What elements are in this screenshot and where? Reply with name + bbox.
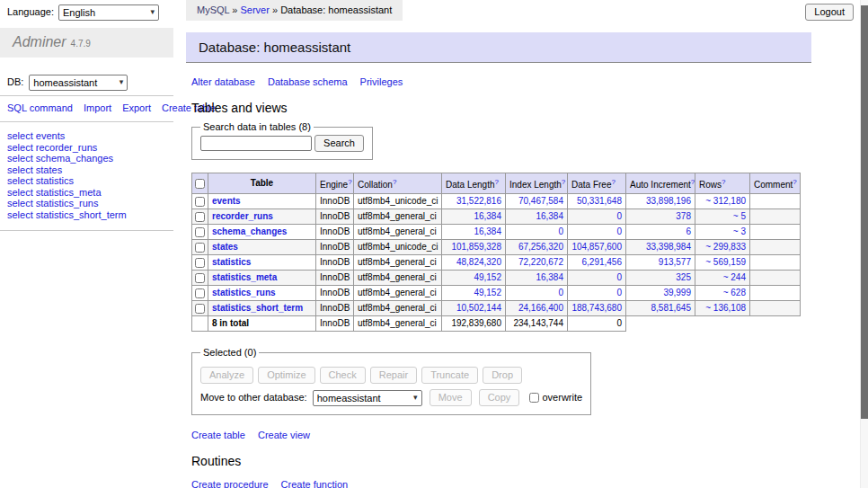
help-link[interactable]: ? [393,178,396,186]
table-search-input[interactable] [200,136,312,151]
rows-link[interactable]: ~ 569,159 [705,257,746,267]
auto-increment-link[interactable]: 33,398,984 [646,242,691,252]
help-link[interactable]: ? [793,178,796,186]
create-link-create-view[interactable]: Create view [258,430,310,440]
data-free-link[interactable]: 0 [616,272,622,282]
index-length-link[interactable]: 70,467,584 [518,196,563,206]
rows-link[interactable]: ~ 299,833 [705,242,746,252]
analyze-button[interactable]: Analyze [200,367,253,384]
row-checkbox[interactable] [195,212,205,222]
index-length-link[interactable]: 67,256,320 [518,242,563,252]
index-length-link[interactable]: 0 [558,288,563,297]
row-checkbox[interactable] [195,258,205,268]
rows-link[interactable]: ~ 244 [723,272,746,282]
table-link-recorder-runs[interactable]: recorder_runs [212,211,273,221]
auto-increment-link[interactable]: 378 [676,211,691,221]
repair-button[interactable]: Repair [370,367,417,384]
breadcrumb-link-server[interactable]: Server [241,4,270,15]
table-link-events[interactable]: events [212,196,241,206]
index-length-link[interactable]: 16,384 [536,272,563,282]
routine-link-create-procedure[interactable]: Create procedure [191,479,269,488]
data-length-link[interactable]: 101,859,328 [451,242,501,252]
row-checkbox[interactable] [195,243,205,253]
row-checkbox[interactable] [195,273,205,283]
index-length-link[interactable]: 72,220,672 [518,257,563,267]
data-free-link[interactable]: 188,743,680 [571,303,622,313]
data-length-link[interactable]: 49,152 [474,272,501,282]
truncate-button[interactable]: Truncate [421,367,478,384]
search-button[interactable]: Search [314,135,364,152]
vertical-scrollbar[interactable] [860,0,868,488]
auto-increment-link[interactable]: 325 [676,272,691,282]
data-length-link[interactable]: 16,384 [474,226,501,236]
table-link-statistics-runs[interactable]: statistics_runs [212,288,276,297]
overwrite-checkbox[interactable] [529,393,539,403]
rows-link[interactable]: ~ 3 [733,226,746,236]
sidebar-item-select-statistics-meta[interactable]: select statistics_meta [7,187,166,199]
db-link-database-schema[interactable]: Database schema [268,76,348,87]
copy-button[interactable]: Copy [479,389,520,406]
move-db-select[interactable]: homeassistant [314,391,421,405]
data-length-link[interactable]: 49,152 [474,288,501,297]
data-length-link[interactable]: 10,502,144 [456,303,501,313]
data-free-link[interactable]: 0 [616,288,622,297]
table-link-statistics-short-term[interactable]: statistics_short_term [212,303,303,313]
index-length-link[interactable]: 16,384 [536,211,563,221]
row-checkbox[interactable] [195,288,205,298]
auto-increment-link[interactable]: 33,898,196 [646,196,691,206]
help-link[interactable]: ? [562,178,565,186]
table-link-states[interactable]: states [212,242,238,252]
row-checkbox[interactable] [195,304,205,314]
auto-increment-link[interactable]: 8,581,645 [651,303,692,313]
sidebar-item-select-statistics-short-term[interactable]: select statistics_short_term [7,209,166,221]
data-free-link[interactable]: 0 [616,211,622,221]
help-link[interactable]: ? [348,178,351,186]
row-checkbox[interactable] [195,227,205,237]
row-checkbox[interactable] [195,197,205,207]
language-select[interactable]: English [59,5,158,20]
sidebar-action-sql-command[interactable]: SQL command [7,102,73,113]
help-link[interactable]: ? [691,178,695,186]
db-link-privileges[interactable]: Privileges [360,76,403,87]
sidebar-item-select-schema-changes[interactable]: select schema_changes [7,153,166,164]
help-link[interactable]: ? [611,178,615,186]
move-button[interactable]: Move [430,389,472,406]
sidebar-action-export[interactable]: Export [122,102,151,113]
logout-button[interactable]: Logout [805,4,854,21]
help-link[interactable]: ? [495,178,499,186]
data-free-link[interactable]: 104,857,600 [571,242,622,252]
auto-increment-link[interactable]: 6 [686,226,691,236]
table-link-statistics[interactable]: statistics [212,257,251,267]
table-link-statistics-meta[interactable]: statistics_meta [212,272,277,282]
db-link-alter-database[interactable]: Alter database [191,76,255,87]
create-link-create-table[interactable]: Create table [191,430,245,440]
sidebar-item-select-events[interactable]: select events [7,130,166,142]
auto-increment-link[interactable]: 913,577 [659,257,691,267]
sidebar-item-select-statistics[interactable]: select statistics [7,175,166,187]
data-free-link[interactable]: 50,331,648 [577,196,622,206]
table-link-schema-changes[interactable]: schema_changes [212,226,287,236]
data-free-link[interactable]: 6,291,456 [582,257,623,267]
drop-button[interactable]: Drop [483,367,522,384]
breadcrumb-link-mysql[interactable]: MySQL [197,4,229,15]
optimize-button[interactable]: Optimize [258,367,314,384]
rows-link[interactable]: ~ 136,108 [705,303,746,313]
data-length-link[interactable]: 16,384 [474,211,501,221]
routine-link-create-function[interactable]: Create function [281,479,349,488]
db-select[interactable]: homeassistant [30,75,127,90]
rows-link[interactable]: ~ 312,180 [705,196,746,206]
index-length-link[interactable]: 24,166,400 [518,303,563,313]
sidebar-item-select-recorder-runs[interactable]: select recorder_runs [7,142,166,154]
index-length-link[interactable]: 0 [558,226,563,236]
sidebar-action-import[interactable]: Import [84,102,111,113]
select-all-checkbox[interactable] [195,179,205,189]
data-length-link[interactable]: 31,522,816 [456,196,501,206]
sidebar-item-select-states[interactable]: select states [7,164,166,176]
help-link[interactable]: ? [722,178,725,186]
data-free-link[interactable]: 0 [616,226,622,236]
rows-link[interactable]: ~ 628 [723,288,746,297]
scrollbar-thumb[interactable] [861,5,868,419]
auto-increment-link[interactable]: 39,999 [663,288,691,297]
data-length-link[interactable]: 48,824,320 [456,257,501,267]
rows-link[interactable]: ~ 5 [733,211,746,221]
